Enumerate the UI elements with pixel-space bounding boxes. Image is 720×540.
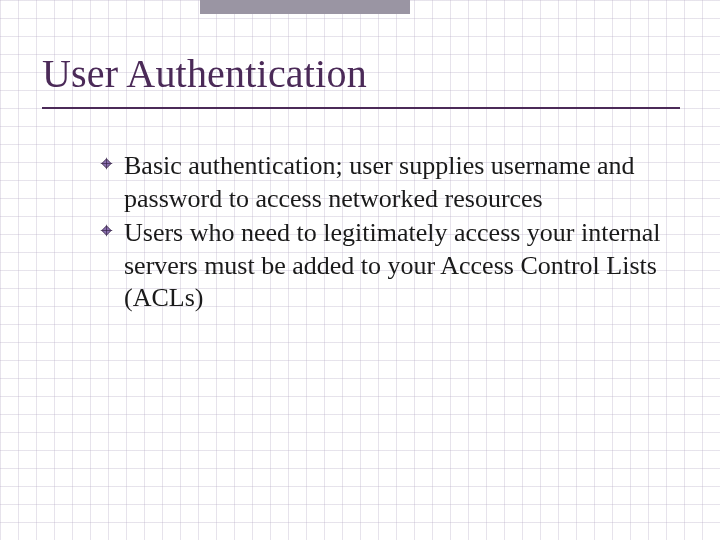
bullet-text: Basic authentication; user supplies user… — [124, 151, 634, 213]
slide-top-accent-wrap — [0, 0, 720, 18]
diamond-bullet-icon — [100, 157, 113, 170]
slide: User Authentication Basic authentication… — [0, 0, 720, 540]
slide-title: User Authentication — [42, 50, 680, 109]
bullet-text: Users who need to legitimately access yo… — [124, 218, 660, 312]
slide-body: Basic authentication; user supplies user… — [100, 150, 662, 317]
list-item: Users who need to legitimately access yo… — [100, 217, 662, 315]
slide-top-accent-bar — [200, 0, 410, 14]
list-item: Basic authentication; user supplies user… — [100, 150, 662, 215]
diamond-bullet-icon — [100, 224, 113, 237]
